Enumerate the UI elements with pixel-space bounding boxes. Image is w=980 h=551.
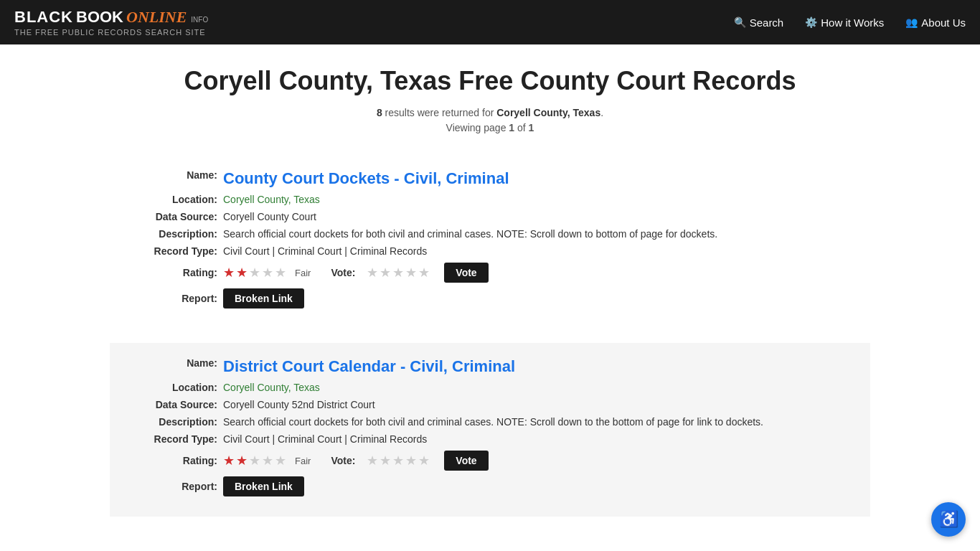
rating-stars-2: ★ ★ ★ ★ ★ [223,453,286,468]
vote-star-2-1[interactable]: ★ [367,453,378,468]
current-page: 1 [509,122,514,133]
record-type-row-1: Record Type: Civil Court | Criminal Cour… [131,245,849,257]
nav-about-us-label: About Us [921,17,966,29]
recordtype-label-1: Record Type: [131,245,217,257]
record-name-row-1: Name: County Court Dockets - Civil, Crim… [131,169,849,188]
record-description-value-1: Search official court dockets for both c… [223,228,849,240]
rating-star-1-3[interactable]: ★ [249,265,260,281]
vote-label-2: Vote: [331,455,355,466]
rating-star-2-1[interactable]: ★ [223,453,235,468]
record-location-value-1: Coryell County, Texas [223,194,849,205]
vote-star-1-5[interactable]: ★ [418,265,430,281]
vote-stars-2: ★ ★ ★ ★ ★ [367,453,430,468]
record-location-link-2[interactable]: Coryell County, Texas [223,382,320,393]
results-info: 8 results were returned for Coryell Coun… [110,107,870,118]
rating-star-1-5[interactable]: ★ [275,265,286,281]
vote-star-2-5[interactable]: ★ [418,453,430,468]
broken-link-button-1[interactable]: Broken Link [223,288,304,309]
rating-stars-container-1: ★ ★ ★ ★ ★ Fair Vote: ★ ★ ★ ★ ★ Vote [223,263,489,283]
rating-stars-1: ★ ★ ★ ★ ★ [223,265,286,281]
main-content: Coryell County, Texas Free County Court … [95,44,885,551]
logo-tagline: THE FREE PUBLIC RECORDS SEARCH SITE [14,28,208,37]
page-info: Viewing page 1 of 1 [110,122,870,133]
rating-stars-container-2: ★ ★ ★ ★ ★ Fair Vote: ★ ★ ★ ★ ★ Vote [223,451,489,471]
record-name-link-2[interactable]: District Court Calendar - Civil, Crimina… [223,357,515,375]
rating-star-2-4[interactable]: ★ [262,453,273,468]
nav-links: 🔍 Search ⚙️ How it Works 👥 About Us [734,17,966,29]
record-description-value-2: Search official court dockets for both c… [223,416,849,428]
logo-black-text: BLACK [14,8,73,27]
rating-text-1: Fair [295,268,311,278]
rating-star-2-5[interactable]: ★ [275,453,286,468]
datasource-label-1: Data Source: [131,211,217,222]
results-count: 8 [377,107,382,118]
record-type-row-2: Record Type: Civil Court | Criminal Cour… [131,433,849,445]
rating-star-1-4[interactable]: ★ [262,265,273,281]
record-datasource-value-2: Coryell County 52nd District Court [223,399,849,410]
header: BLACK BOOK ONLINE INFO THE FREE PUBLIC R… [0,0,980,44]
record-location-link-1[interactable]: Coryell County, Texas [223,194,320,205]
page-title: Coryell County, Texas Free County Court … [110,66,870,96]
logo-info-text: INFO [191,16,208,24]
description-label-1: Description: [131,228,217,240]
broken-link-button-2[interactable]: Broken Link [223,476,304,496]
report-label-1: Report: [131,293,217,304]
record-name-row-2: Name: District Court Calendar - Civil, C… [131,357,849,376]
record-rating-row-2: Rating: ★ ★ ★ ★ ★ Fair Vote: ★ ★ ★ ★ ★ [131,451,849,471]
name-label-2: Name: [131,357,217,369]
record-location-row-2: Location: Coryell County, Texas [131,382,849,393]
nav-about-us[interactable]: 👥 About Us [905,17,966,29]
nav-how-it-works-label: How it Works [821,17,884,29]
recordtype-label-2: Record Type: [131,433,217,445]
description-label-2: Description: [131,416,217,428]
record-location-value-2: Coryell County, Texas [223,382,849,393]
record-description-row-2: Description: Search official court docke… [131,416,849,428]
record-datasource-row-2: Data Source: Coryell County 52nd Distric… [131,399,849,410]
name-label-1: Name: [131,169,217,181]
search-icon: 🔍 [734,17,746,28]
accessibility-button[interactable]: ♿ [931,502,966,537]
rating-star-2-2[interactable]: ★ [236,453,248,468]
vote-star-1-3[interactable]: ★ [392,265,404,281]
record-report-row-1: Report: Broken Link [131,288,849,309]
accessibility-icon: ♿ [939,510,958,529]
nav-search-label: Search [750,17,784,29]
datasource-label-2: Data Source: [131,399,217,410]
record-rating-row-1: Rating: ★ ★ ★ ★ ★ Fair Vote: ★ ★ ★ ★ ★ [131,263,849,283]
gear-icon: ⚙️ [805,17,817,28]
vote-button-1[interactable]: Vote [444,263,488,283]
vote-star-1-4[interactable]: ★ [405,265,417,281]
vote-button-2[interactable]: Vote [444,451,488,471]
rating-star-1-1[interactable]: ★ [223,265,235,281]
record-name-link-1[interactable]: County Court Dockets - Civil, Criminal [223,169,509,187]
vote-label-1: Vote: [331,267,355,278]
rating-star-2-3[interactable]: ★ [249,453,260,468]
rating-label-2: Rating: [131,455,217,466]
record-description-row-1: Description: Search official court docke… [131,228,849,240]
record-location-row-1: Location: Coryell County, Texas [131,194,849,205]
vote-star-1-1[interactable]: ★ [367,265,378,281]
record-card-1: Name: County Court Dockets - Civil, Crim… [110,155,870,329]
record-name-value-2: District Court Calendar - Civil, Crimina… [223,357,849,376]
record-name-value-1: County Court Dockets - Civil, Criminal [223,169,849,188]
vote-stars-1: ★ ★ ★ ★ ★ [367,265,430,281]
record-card-2: Name: District Court Calendar - Civil, C… [110,343,870,517]
logo-main: BLACK BOOK ONLINE INFO [14,8,208,27]
location-label-2: Location: [131,382,217,393]
record-type-value-2: Civil Court | Criminal Court | Criminal … [223,433,849,445]
people-icon: 👥 [905,17,918,28]
logo-online-text: ONLINE [126,8,187,27]
vote-star-1-2[interactable]: ★ [380,265,391,281]
vote-star-2-4[interactable]: ★ [405,453,417,468]
vote-star-2-2[interactable]: ★ [380,453,391,468]
report-label-2: Report: [131,481,217,492]
record-datasource-value-1: Coryell County Court [223,211,849,222]
vote-star-2-3[interactable]: ★ [392,453,404,468]
nav-how-it-works[interactable]: ⚙️ How it Works [805,17,884,29]
viewing-of: of [517,122,526,133]
results-text: results were returned for [385,107,497,118]
nav-search[interactable]: 🔍 Search [734,17,784,29]
logo-book-text: BOOK [76,8,123,27]
location-label-1: Location: [131,194,217,205]
rating-star-1-2[interactable]: ★ [236,265,248,281]
